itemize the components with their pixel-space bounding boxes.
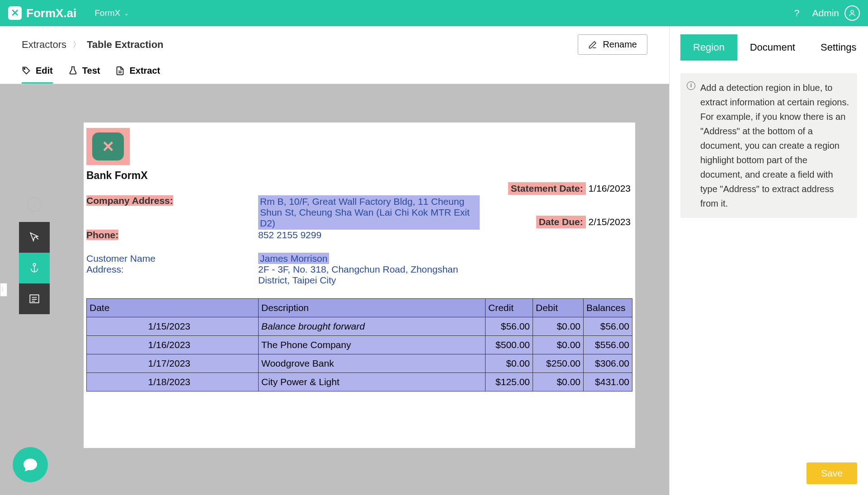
value-phone: 852 2155 9299 [258,230,480,240]
doc-logo-region: ✕ [86,128,130,165]
tab-edit[interactable]: Edit [22,66,53,84]
tool-text-region[interactable] [19,283,50,314]
tool-cursor[interactable] [19,222,50,253]
transactions-table: Date Description Credit Debit Balances 1… [86,298,632,391]
flask-icon [68,66,78,75]
cursor-icon [28,231,40,243]
chat-fab[interactable] [13,447,48,482]
rename-button[interactable]: Rename [578,34,647,55]
label-customer-address: Address: [86,264,258,286]
app-dropdown-label: FormX [94,8,120,18]
label-customer-name: Customer Name [86,253,258,264]
svg-point-1 [24,68,25,70]
label-statement-date: Statement Date: [508,182,586,195]
info-circle-icon: i [687,81,695,90]
tab-extract[interactable]: Extract [115,66,160,84]
info-box: i Add a detection region in blue, to ext… [680,73,857,218]
top-bar: ✕ FormX.ai FormX ⌄ ? Admin [0,0,868,26]
expand-sidebar-handle[interactable]: 〉 [0,283,7,297]
breadcrumb-root[interactable]: Extractors [22,39,66,51]
value-customer-address: 2F - 3F, No. 318, Changchun Road, Zhongs… [258,264,480,286]
doc-logo-icon: ✕ [92,132,124,160]
info-icon[interactable]: i [27,197,42,212]
document-icon [115,66,125,75]
user-avatar-icon [844,5,860,21]
label-company-address: Company Address: [86,195,173,206]
table-row: 1/15/2023Balance brought forward$56.00$0… [87,317,632,336]
rp-tab-document[interactable]: Document [737,34,808,61]
edit-icon [588,40,597,49]
value-statement-date: 1/16/2023 [589,183,631,193]
admin-label: Admin [812,8,839,19]
rp-tab-region[interactable]: Region [680,34,737,61]
doc-bank-name: Bank FormX [86,170,632,182]
th-credit: Credit [486,299,533,317]
logo-mark-icon: ✕ [8,6,22,20]
chat-icon [22,457,38,473]
tag-icon [22,66,31,75]
brand-text: FormX.ai [26,6,76,20]
chevron-down-icon: ⌄ [124,10,129,17]
value-company-address: Rm B, 10/F, Great Wall Factory Bldg, 11 … [258,195,480,230]
editor-tabs: Edit Test Extract [0,55,669,84]
help-button[interactable]: ? [794,8,800,19]
th-balances: Balances [584,299,632,317]
tool-anchor[interactable] [19,253,50,283]
breadcrumb-current: Table Extraction [87,39,164,51]
svg-point-0 [851,10,854,13]
value-customer-name: James Morrison [258,253,329,264]
app-dropdown[interactable]: FormX ⌄ [94,8,129,18]
label-phone: Phone: [86,230,118,240]
table-row: 1/18/2023City Power & Light$125.00$0.00$… [87,373,632,391]
rp-tab-settings[interactable]: Settings [808,34,868,61]
th-date: Date [87,299,259,317]
canvas-area: 〉 i ✕ Bank FormX Statement [0,84,669,495]
right-panel: Region Document Settings i Add a detecti… [669,26,868,495]
document-preview[interactable]: ✕ Bank FormX Statement Date: 1/16/2023 D… [84,123,635,448]
table-row: 1/17/2023Woodgrove Bank$0.00$250.00$306.… [87,354,632,373]
svg-point-2 [33,264,35,266]
save-button[interactable]: Save [807,462,857,484]
text-region-icon [28,293,40,305]
info-text: Add a detection region in blue, to extra… [700,83,849,208]
table-row: 1/16/2023The Phone Company$500.00$0.00$5… [87,336,632,354]
label-date-due: Date Due: [536,216,586,228]
brand-logo: ✕ FormX.ai [8,6,76,20]
breadcrumb: Extractors 〉 Table Extraction [22,39,164,51]
anchor-icon [28,262,40,274]
th-description: Description [259,299,486,317]
value-date-due: 2/15/2023 [589,217,631,227]
tab-test[interactable]: Test [68,66,100,84]
admin-menu[interactable]: Admin [812,5,860,21]
th-debit: Debit [533,299,584,317]
chevron-right-icon: 〉 [73,39,80,50]
